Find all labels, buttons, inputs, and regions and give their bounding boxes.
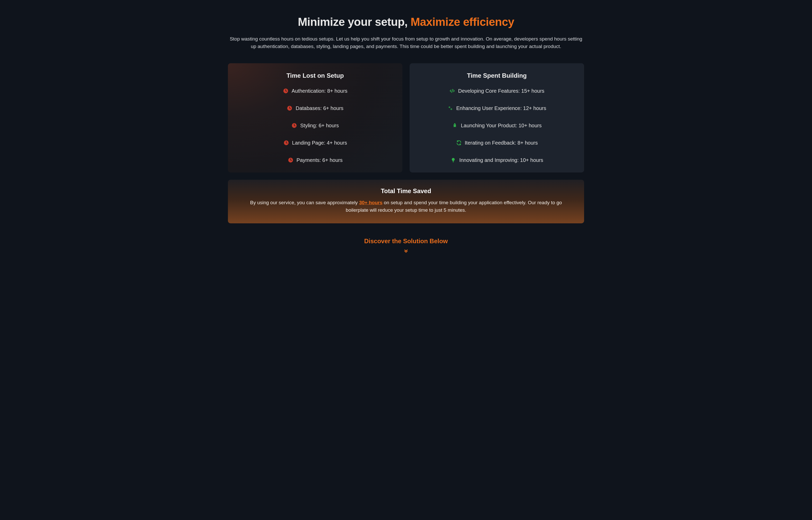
gears-icon (448, 105, 453, 111)
total-heading: Total Time Saved (238, 187, 574, 195)
comparison-cards: Time Lost on Setup Authentication: 8+ ho… (228, 63, 584, 173)
list-item: Developing Core Features: 15+ hours (417, 88, 576, 94)
svg-point-10 (455, 125, 455, 125)
list-item: Authentication: 8+ hours (236, 88, 395, 94)
page-subtitle: Stop wasting countless hours on tedious … (228, 35, 584, 50)
total-text: By using our service, you can save appro… (238, 199, 574, 214)
time-building-heading: Time Spent Building (417, 72, 576, 79)
list-item: Enhancing User Experience: 12+ hours (417, 105, 576, 111)
clock-icon (283, 88, 289, 94)
list-item: Innovating and Improving: 10+ hours (417, 157, 576, 163)
svg-line-5 (452, 89, 453, 93)
svg-point-7 (449, 107, 450, 108)
list-item-label: Innovating and Improving: 10+ hours (459, 157, 543, 163)
time-building-card: Time Spent Building Developing Core Feat… (410, 63, 584, 173)
list-item: Styling: 6+ hours (236, 123, 395, 129)
svg-point-9 (451, 109, 452, 109)
lightbulb-icon (451, 157, 456, 163)
list-item: Landing Page: 4+ hours (236, 140, 395, 146)
title-part1: Minimize your setup, (298, 16, 411, 28)
list-item: Payments: 6+ hours (236, 157, 395, 163)
list-item-label: Authentication: 8+ hours (292, 88, 347, 94)
list-item-label: Landing Page: 4+ hours (292, 140, 347, 146)
list-item-label: Iterating on Feedback: 8+ hours (465, 140, 538, 146)
list-item-label: Developing Core Features: 15+ hours (458, 88, 544, 94)
code-icon (449, 88, 455, 94)
discover-label: Discover the Solution Below (228, 237, 584, 245)
total-highlight: 30+ hours (359, 200, 382, 205)
refresh-icon (456, 140, 462, 146)
time-lost-card: Time Lost on Setup Authentication: 8+ ho… (228, 63, 402, 173)
list-item-label: Launching Your Product: 10+ hours (461, 123, 542, 129)
svg-rect-11 (453, 161, 454, 162)
clock-icon (288, 157, 294, 163)
time-lost-heading: Time Lost on Setup (236, 72, 395, 79)
list-item-label: Enhancing User Experience: 12+ hours (456, 105, 546, 111)
total-time-saved-card: Total Time Saved By using our service, y… (228, 180, 584, 223)
rocket-icon (452, 123, 458, 128)
list-item-label: Styling: 6+ hours (300, 123, 339, 129)
time-lost-list: Authentication: 8+ hours Databases: 6+ h… (236, 88, 395, 163)
list-item: Iterating on Feedback: 8+ hours (417, 140, 576, 146)
title-part2: Maximize efficiency (411, 16, 514, 28)
clock-icon (283, 140, 289, 146)
chevron-down-icon (228, 249, 584, 254)
page-title: Minimize your setup, Maximize efficiency (228, 16, 584, 28)
list-item-label: Databases: 6+ hours (296, 105, 343, 111)
list-item: Launching Your Product: 10+ hours (417, 123, 576, 129)
discover-section: Discover the Solution Below (228, 237, 584, 254)
time-building-list: Developing Core Features: 15+ hours Enha… (417, 88, 576, 163)
clock-icon (287, 105, 292, 111)
total-text-before: By using our service, you can save appro… (250, 200, 359, 205)
list-item-label: Payments: 6+ hours (297, 157, 343, 163)
svg-rect-12 (453, 162, 454, 162)
clock-icon (291, 123, 297, 128)
list-item: Databases: 6+ hours (236, 105, 395, 111)
